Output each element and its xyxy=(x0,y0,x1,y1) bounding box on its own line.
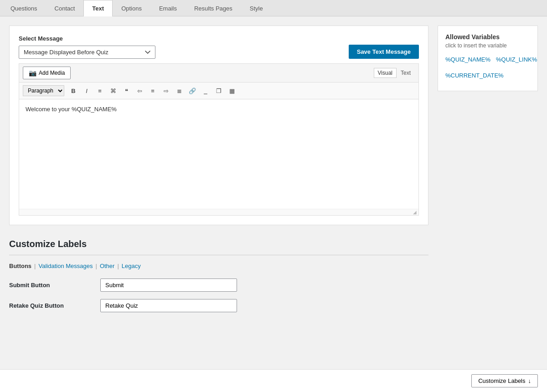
var-current-date[interactable]: %CURRENT_DATE% xyxy=(445,72,530,79)
sub-tab-legacy[interactable]: Legacy xyxy=(122,263,141,269)
sub-tab-sep-2: | xyxy=(96,263,97,269)
vars-row-1: %QUIZ_NAME% %QUIZ_LINK% xyxy=(445,56,530,67)
allowed-variables-subtitle: click to insert the variable xyxy=(445,42,530,49)
save-text-message-button[interactable]: Save Text Message xyxy=(349,45,419,59)
tab-results-pages[interactable]: Results Pages xyxy=(186,0,241,16)
align-center-button[interactable]: ≡ xyxy=(147,85,159,97)
editor-wrapper: 📷 Add Media Visual Text Paragraph B I xyxy=(19,63,419,216)
ordered-list-button[interactable]: ⌘ xyxy=(107,85,119,97)
select-message-label: Select Message xyxy=(19,35,155,42)
section-divider xyxy=(9,255,428,255)
sub-tab-validation[interactable]: Validation Messages xyxy=(39,263,93,269)
tab-contact[interactable]: Contact xyxy=(46,0,84,16)
message-select[interactable]: Message Displayed Before Quiz Message Di… xyxy=(19,46,155,59)
sub-tab-buttons[interactable]: Buttons xyxy=(9,263,31,269)
sub-tab-sep-1: | xyxy=(34,263,36,269)
var-quiz-name[interactable]: %QUIZ_NAME% xyxy=(445,56,490,63)
align-justify-button[interactable]: ≣ xyxy=(173,85,185,97)
select-message-section: Select Message Message Displayed Before … xyxy=(9,26,428,225)
sub-tabs: Buttons | Validation Messages | Other | … xyxy=(9,263,428,269)
retake-quiz-label: Retake Quiz Button xyxy=(9,302,100,309)
editor-toolbar: Paragraph B I ≡ ⌘ ❝ ⇦ ≡ ⇨ ≣ 🔗 ⎯ ❐ ▦ xyxy=(19,83,418,99)
tab-options[interactable]: Options xyxy=(113,0,150,16)
customize-labels-section: Customize Labels Buttons | Validation Me… xyxy=(9,239,428,312)
fullscreen-button[interactable]: ❐ xyxy=(213,85,225,97)
blockquote-button[interactable]: ❝ xyxy=(120,85,132,97)
submit-button-input[interactable] xyxy=(100,279,237,292)
link-button[interactable]: 🔗 xyxy=(186,85,198,97)
tab-style[interactable]: Style xyxy=(241,0,272,16)
tab-questions[interactable]: Questions xyxy=(2,0,46,16)
resize-icon: ◢ xyxy=(413,210,417,215)
retake-quiz-row: Retake Quiz Button xyxy=(9,299,428,312)
unordered-list-button[interactable]: ≡ xyxy=(94,85,106,97)
bottom-bar: Customize Labels ↓ xyxy=(0,369,547,372)
submit-button-label: Submit Button xyxy=(9,282,100,289)
top-tabs-bar: Questions Contact Text Options Emails Re… xyxy=(0,0,547,16)
align-right-button[interactable]: ⇨ xyxy=(160,85,172,97)
tab-emails[interactable]: Emails xyxy=(150,0,186,16)
editor-content-area[interactable]: Welcome to your %QUIZ_NAME% xyxy=(19,99,418,209)
visual-toggle[interactable]: Visual xyxy=(374,68,397,78)
align-left-button[interactable]: ⇦ xyxy=(134,85,145,97)
sub-tab-sep-3: | xyxy=(117,263,119,269)
var-quiz-link[interactable]: %QUIZ_LINK% xyxy=(496,56,537,63)
italic-button[interactable]: I xyxy=(81,85,93,97)
allowed-variables-title: Allowed Variables xyxy=(445,33,530,41)
main-content: Select Message Message Displayed Before … xyxy=(0,16,547,372)
submit-button-row: Submit Button xyxy=(9,279,428,292)
text-toggle[interactable]: Text xyxy=(397,68,415,78)
sub-tab-other[interactable]: Other xyxy=(100,263,115,269)
table-button[interactable]: ▦ xyxy=(226,85,238,97)
editor-footer: ◢ xyxy=(19,209,418,215)
hr-button[interactable]: ⎯ xyxy=(200,85,212,97)
customize-labels-title: Customize Labels xyxy=(9,239,428,249)
add-media-icon: 📷 xyxy=(29,69,36,77)
add-media-button[interactable]: 📷 Add Media xyxy=(23,67,71,79)
add-media-label: Add Media xyxy=(39,70,65,76)
bold-button[interactable]: B xyxy=(67,85,79,97)
select-message-left: Select Message Message Displayed Before … xyxy=(19,35,155,59)
tab-text[interactable]: Text xyxy=(83,0,113,16)
paragraph-select[interactable]: Paragraph xyxy=(23,85,64,96)
right-panel: Allowed Variables click to insert the va… xyxy=(438,26,538,91)
editor-content-text: Welcome to your %QUIZ_NAME% xyxy=(26,106,117,113)
left-panel: Select Message Message Displayed Before … xyxy=(9,26,428,363)
retake-quiz-input[interactable] xyxy=(100,299,237,312)
select-message-row: Select Message Message Displayed Before … xyxy=(19,35,419,59)
